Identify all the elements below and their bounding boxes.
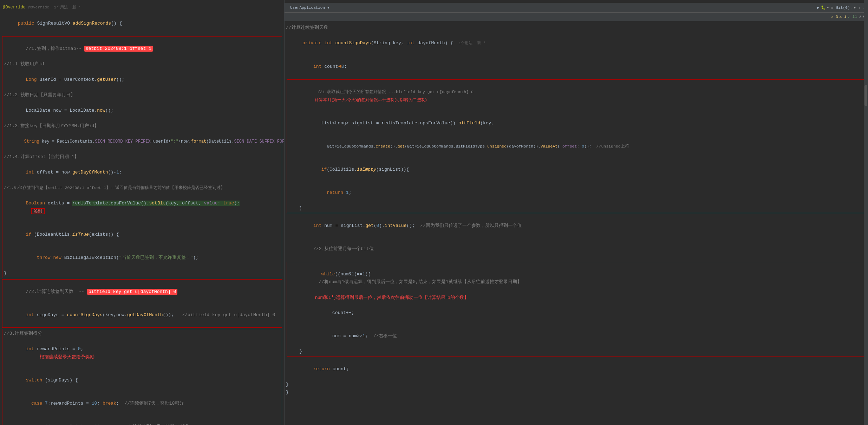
right-line-while: while((num&1)==1){ //将num与1做与运算，得到最后一位，如… [287, 263, 866, 294]
left-code-panel: @Override @Override 1个用法 新 * public Sign… [0, 0, 285, 425]
annotation-override: @Override [3, 4, 26, 11]
warning-icon: ⚠ 3 [831, 14, 838, 19]
line-string-key: String key = RedisConstants.SIGN_RECORD_… [2, 130, 282, 153]
subsection-1-3: //1.3.拼接key【日期年月YYYYMM:用户id】 [2, 122, 282, 130]
line-case14: case 14:rewardPoints = 20; break; //连续签到… [2, 415, 282, 425]
scrollbar-thumb[interactable] [864, 85, 867, 106]
right-line-if-empty: if(CollUtils.isEmpty(signList)){ [287, 158, 866, 181]
line-throw: throw new BizIllegalException("当前天数已签到，不… [2, 246, 282, 269]
method-signature-line: public SignResultVO addSignRecords() { [0, 12, 284, 35]
line-sign-days: int signDays = countSignDays(key,now.get… [2, 303, 282, 327]
right-line-list: List<Long> signList = redisTemplate.opsF… [287, 112, 866, 135]
line-exists: Boolean exists = redisTemplate.opsForVal… [2, 192, 282, 223]
right-line-count-pp: count++; [287, 301, 866, 325]
section1-comment: //1.签到，操作bitmap-- setbit 202408:1 offset… [2, 37, 282, 60]
override-line: @Override @Override 1个用法 新 * [0, 3, 284, 12]
right-scrollbar[interactable] [864, 0, 868, 425]
right-line-close-class: } [285, 388, 868, 396]
git-label: Git(G): [836, 6, 852, 10]
app-name: UserApplication ▼ [287, 5, 332, 11]
warning-icon2: ⚠ 1 [839, 14, 846, 19]
run-icon[interactable]: ▶ [817, 5, 820, 10]
right-section1-box: //1.获取截止到今天的所有签到情况 ---bitfield key get u… [287, 79, 866, 213]
subsection-1-4: //1.4.计算offset【当前日期-1】 [2, 153, 282, 161]
section2-comment: //2.计算连续签到天数 -- bitfield key get u[dayof… [2, 280, 282, 303]
line-offset: int offset = now.getDayOfMonth()-1; [2, 161, 282, 184]
line-long-userid: Long userId = UserContext.getUser(); [2, 68, 282, 91]
right-line-close-method: } [285, 381, 868, 388]
more-icon[interactable]: ⋯ [827, 5, 830, 10]
right-top-bar: UserApplication ▼ ▶ 🐛 ⋯ ⚙ Git(G): ▼ ↑ ↓ [285, 3, 868, 13]
right-line-num: int num = signList.get(0).intValue(); //… [285, 214, 868, 237]
usage-hint: @Override 1个用法 新 * [28, 4, 81, 11]
nav-up[interactable]: ∧ [859, 14, 862, 19]
line-localdate: LocalDate now = LocalDate.now(); [2, 99, 282, 122]
subsection-1-5: //1.5.保存签到信息【setbit 202408:1 offset 1】--… [2, 184, 282, 192]
subsection-1-1: //1.1 获取用户id [2, 60, 282, 68]
section1-box: //1.签到，操作bitmap-- setbit 202408:1 offset… [2, 36, 282, 278]
line-close-if: } [2, 269, 282, 277]
line-reward-points: int rewardPoints = 0; 根据连续登录天数给予奖励 [2, 338, 282, 369]
right-method-sig: private int countSignDays(String key, in… [285, 32, 868, 55]
right-line-bitfield: BitFieldSubCommands.create().get(BitFiel… [287, 135, 866, 158]
right-comment-1: //1.获取截止到今天的所有签到情况 ---bitfield key get u… [287, 80, 866, 112]
right-line-close-if: } [287, 204, 866, 212]
warning-bar: ⚠ 3 ⚠ 1 ✓ 11 ∧ ∨ [285, 13, 868, 21]
right-line-count: int count◀0; [285, 55, 868, 78]
settings-icon[interactable]: ⚙ [831, 5, 833, 10]
right-while-box: while((num&1)==1){ //将num与1做与运算，得到最后一位，如… [287, 262, 866, 357]
right-line-close-while: } [287, 348, 866, 355]
line-if-boolean: if (BooleanUtils.isTrue(exists)) { [2, 223, 282, 246]
debug-icon[interactable]: 🐛 [821, 5, 826, 10]
check-icon: ✓ 11 [848, 14, 857, 19]
section2-box: //2.计算连续签到天数 -- bitfield key get u[dayof… [2, 279, 282, 328]
right-line-num-shift: num = num>>1; //右移一位 [287, 325, 866, 348]
right-line-return1: return 1; [287, 181, 866, 204]
section3-box: //3.计算签到得分 int rewardPoints = 0; 根据连续登录天… [2, 329, 282, 425]
right-red-label-while: num和1与运算得到最后一位，然后依次往前挪动一位【计算结果=1的个数】 [287, 294, 866, 301]
right-line-return2: return count; [285, 358, 868, 381]
line-switch: switch (signDays) { [2, 369, 282, 392]
right-comment-2: //2.从往前逐月每一个bit位 [285, 237, 868, 261]
right-method-comment: //计算连续签到天数 [285, 24, 868, 32]
method-sig-code: public SignResultVO addSignRecords() { [1, 12, 281, 35]
section3-comment: //3.计算签到得分 [2, 330, 282, 338]
right-code-panel: UserApplication ▼ ▶ 🐛 ⋯ ⚙ Git(G): ▼ ↑ ↓ … [285, 0, 868, 425]
subsection-1-2: //1.2.获取日期【只需要年月日】 [2, 91, 282, 99]
line-case7: case 7:rewardPoints = 10; break; //连续签到7… [2, 392, 282, 415]
